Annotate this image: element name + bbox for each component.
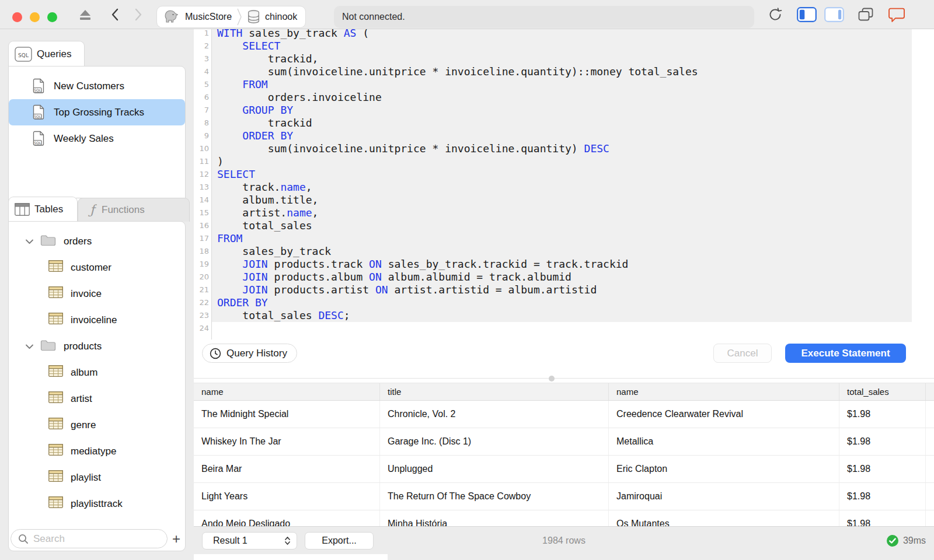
- code-line: 12SELECT: [194, 168, 934, 181]
- code-line: 24: [194, 322, 934, 335]
- schema-folder-item[interactable]: orders: [9, 228, 185, 254]
- table-cell[interactable]: $1.98: [839, 401, 926, 428]
- line-number: 5: [194, 78, 209, 91]
- windows-icon: [858, 8, 873, 22]
- table-icon: [48, 496, 63, 511]
- table-item[interactable]: playlist: [9, 464, 185, 491]
- chevron-down-icon[interactable]: [25, 239, 37, 244]
- code-text: ORDER BY: [217, 296, 268, 309]
- query-list-item[interactable]: SQLTop Grossing Tracks: [9, 99, 185, 125]
- column-header[interactable]: title: [380, 383, 609, 400]
- table-cell[interactable]: $1.98: [839, 428, 926, 455]
- tables-search[interactable]: [11, 529, 168, 548]
- function-icon: ƒ: [88, 202, 97, 218]
- table-item[interactable]: playlisttrack: [9, 491, 185, 517]
- tree-item-label: customer: [71, 262, 111, 274]
- tree-item-label: invoiceline: [71, 314, 117, 326]
- row-count: 1984 rows: [194, 527, 934, 555]
- query-item-label: New Customers: [54, 80, 124, 92]
- table-icon: [48, 260, 63, 272]
- feedback-button[interactable]: [886, 0, 907, 29]
- table-row[interactable]: Whiskey In The JarGarage Inc. (Disc 1)Me…: [194, 428, 934, 456]
- table-item[interactable]: invoiceline: [9, 307, 185, 333]
- table-row[interactable]: Light YearsThe Return Of The Space Cowbo…: [194, 483, 934, 510]
- code-text: GROUP BY: [217, 104, 293, 117]
- table-cell[interactable]: Whiskey In The Jar: [194, 428, 380, 455]
- tables-panel: orderscustomerinvoiceinvoicelineproducts…: [8, 221, 186, 551]
- toggle-left-sidebar-button[interactable]: [795, 0, 818, 29]
- column-header[interactable]: total_sales: [839, 383, 926, 400]
- table-cell[interactable]: Metallica: [609, 428, 839, 455]
- table-cell[interactable]: Beira Mar: [194, 456, 380, 482]
- toolbar: MusicStore chinook Not connected.: [0, 0, 934, 29]
- table-cell[interactable]: $1.98: [839, 456, 926, 482]
- code-line: 13 track.name,: [194, 181, 934, 194]
- table-item[interactable]: artist: [9, 386, 185, 412]
- breadcrumb: MusicStore chinook: [156, 6, 306, 28]
- table-item[interactable]: customer: [9, 254, 185, 281]
- code-text: JOIN products.album ON album.albumid = t…: [217, 271, 571, 284]
- zoom-window-button[interactable]: [47, 12, 57, 22]
- add-table-button[interactable]: +: [169, 529, 184, 548]
- table-item[interactable]: album: [9, 359, 185, 386]
- column-header[interactable]: name: [194, 383, 380, 400]
- table-icon: [48, 365, 63, 377]
- tab-queries-label: Queries: [37, 48, 72, 60]
- table-row[interactable]: The Midnight SpecialChronicle, Vol. 2Cre…: [194, 401, 934, 428]
- table-icon: [48, 418, 63, 429]
- schema-folder-item[interactable]: products: [9, 333, 185, 359]
- code-line: 4 sum(invoiceline.unitprice * invoicelin…: [194, 65, 934, 78]
- table-cell[interactable]: The Midnight Special: [194, 401, 380, 428]
- query-list-item[interactable]: SQLNew Customers: [9, 73, 185, 99]
- query-history-button[interactable]: Query History: [202, 344, 297, 363]
- query-list-item[interactable]: SQLWeekly Sales: [9, 125, 185, 152]
- window-bottom-edge: [388, 554, 934, 560]
- tables-search-input[interactable]: [33, 533, 167, 545]
- speech-bubble-icon: [888, 7, 905, 23]
- table-cell[interactable]: Jamiroquai: [609, 483, 839, 510]
- window-overview-button[interactable]: [856, 0, 876, 29]
- table-cell[interactable]: The Return Of The Space Cowboy: [380, 483, 609, 510]
- tab-tables[interactable]: Tables: [8, 197, 78, 222]
- table-cell[interactable]: $1.98: [839, 483, 926, 510]
- table-cell[interactable]: Creedence Clearwater Revival: [609, 401, 839, 428]
- table-item[interactable]: mediatype: [9, 438, 185, 464]
- column-header[interactable]: name: [609, 383, 839, 400]
- code-line: 19 JOIN products.track ON sales_by_track…: [194, 258, 934, 271]
- divider-handle[interactable]: [549, 376, 555, 382]
- cancel-button[interactable]: Cancel: [713, 344, 772, 363]
- code-text: SELECT: [217, 168, 255, 181]
- breadcrumb-database[interactable]: chinook: [265, 12, 297, 22]
- tree-item-label: mediatype: [71, 446, 116, 457]
- table-row[interactable]: Beira MarUnpluggedEric Clapton$1.98: [194, 456, 934, 483]
- table-cell[interactable]: Light Years: [194, 483, 380, 510]
- code-text: SELECT: [217, 40, 280, 52]
- eject-button[interactable]: [78, 0, 93, 29]
- table-cell[interactable]: Chronicle, Vol. 2: [380, 401, 609, 428]
- table-item[interactable]: genre: [9, 412, 185, 438]
- breadcrumb-connection[interactable]: MusicStore: [185, 12, 232, 22]
- tab-queries[interactable]: SQL Queries: [8, 41, 85, 66]
- minimize-window-button[interactable]: [30, 12, 40, 22]
- code-text: FROM: [217, 78, 268, 91]
- execute-statement-button[interactable]: Execute Statement: [785, 344, 906, 363]
- table-icon: [48, 418, 63, 432]
- close-window-button[interactable]: [12, 12, 22, 22]
- chevron-down-icon[interactable]: [25, 344, 37, 349]
- search-icon: [18, 534, 29, 544]
- query-item-label: Top Grossing Tracks: [54, 107, 144, 118]
- sql-editor[interactable]: 1WITH sales_by_track AS (2 SELECT3 track…: [194, 29, 934, 340]
- toggle-right-sidebar-button[interactable]: [823, 0, 846, 29]
- table-cell[interactable]: Unplugged: [380, 456, 609, 482]
- table-item[interactable]: invoice: [9, 281, 185, 307]
- tab-functions[interactable]: ƒ Functions: [78, 198, 190, 222]
- pane-divider[interactable]: [194, 378, 934, 379]
- back-button[interactable]: [107, 0, 123, 29]
- refresh-button[interactable]: [766, 0, 785, 29]
- forward-button[interactable]: [131, 0, 146, 29]
- query-history-label: Query History: [226, 348, 287, 359]
- table-cell[interactable]: Garage Inc. (Disc 1): [380, 428, 609, 455]
- query-timing: 39ms: [886, 527, 926, 555]
- table-cell[interactable]: Eric Clapton: [609, 456, 839, 482]
- code-text: total_sales: [217, 219, 312, 232]
